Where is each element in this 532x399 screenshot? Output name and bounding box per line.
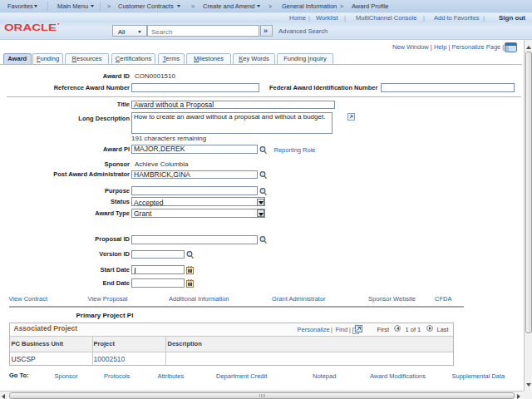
svg-text:ORACLE: ORACLE [4, 22, 57, 32]
